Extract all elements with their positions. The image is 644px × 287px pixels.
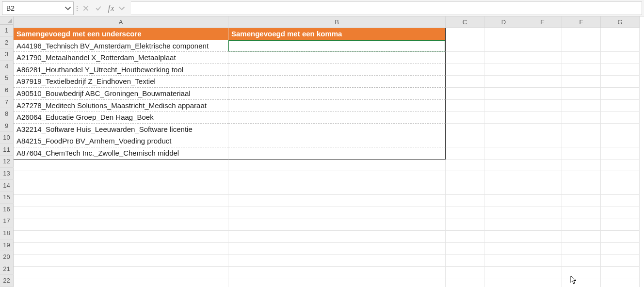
cell[interactable] [446, 135, 484, 147]
formula-input[interactable] [131, 1, 642, 15]
row-header[interactable]: 4 [0, 61, 14, 73]
cell[interactable] [562, 40, 601, 52]
cell[interactable] [562, 267, 601, 279]
row-header[interactable]: 3 [0, 48, 14, 61]
cell[interactable] [562, 112, 601, 124]
cell[interactable] [601, 243, 640, 255]
column-header[interactable]: D [484, 16, 523, 28]
cell-B5[interactable] [228, 76, 446, 88]
cancel-formula-button[interactable] [80, 2, 91, 15]
cell[interactable] [562, 219, 601, 231]
cell[interactable] [446, 231, 484, 243]
header-cell-B1[interactable]: Samengevoegd met een komma [228, 28, 446, 40]
cell[interactable] [446, 243, 484, 255]
cell[interactable] [562, 171, 601, 183]
cell[interactable] [446, 28, 484, 40]
cell[interactable] [562, 231, 601, 243]
cell[interactable] [484, 231, 523, 243]
cell-B7[interactable] [228, 100, 446, 112]
cell[interactable] [14, 195, 228, 207]
cell[interactable] [484, 100, 523, 112]
cell[interactable] [484, 267, 523, 279]
cell[interactable] [446, 207, 484, 219]
cell[interactable] [228, 255, 446, 267]
cell[interactable] [601, 195, 640, 207]
cell-B3[interactable] [228, 52, 446, 64]
cell-A8[interactable]: A26064_Educatie Groep_Den Haag_Boek [14, 112, 228, 124]
cell[interactable] [523, 40, 562, 52]
cell[interactable] [484, 207, 523, 219]
cell[interactable] [562, 28, 601, 40]
cell[interactable] [446, 255, 484, 267]
row-header[interactable]: 19 [0, 239, 14, 252]
row-header[interactable]: 16 [0, 204, 14, 216]
cell-A9[interactable]: A32214_Software Huis_Leeuwarden_Software… [14, 124, 228, 136]
row-header[interactable]: 15 [0, 191, 14, 204]
cell[interactable] [14, 231, 228, 243]
cell[interactable] [484, 64, 523, 76]
cell[interactable] [601, 231, 640, 243]
cell[interactable] [601, 147, 640, 159]
cell[interactable] [523, 171, 562, 183]
confirm-formula-button[interactable] [93, 2, 104, 15]
cell[interactable] [446, 88, 484, 100]
cell[interactable] [523, 100, 562, 112]
column-header[interactable]: B [228, 16, 446, 28]
row-header[interactable]: 20 [0, 251, 14, 263]
cell[interactable] [601, 88, 640, 100]
cell[interactable] [562, 52, 601, 64]
row-header[interactable]: 5 [0, 72, 14, 84]
cell[interactable] [228, 171, 446, 183]
column-header[interactable]: G [601, 16, 640, 28]
cell[interactable] [484, 278, 523, 287]
cell-B10[interactable] [228, 135, 446, 147]
cell[interactable] [446, 40, 484, 52]
cell[interactable] [484, 124, 523, 136]
cell[interactable] [484, 88, 523, 100]
cell[interactable] [562, 147, 601, 159]
cell[interactable] [523, 243, 562, 255]
row-header[interactable]: 10 [0, 132, 14, 144]
cell-B11[interactable] [228, 147, 446, 159]
row-header[interactable]: 21 [0, 263, 14, 275]
cell[interactable] [484, 135, 523, 147]
cell[interactable] [484, 219, 523, 231]
cell[interactable] [14, 171, 228, 183]
cell[interactable] [523, 147, 562, 159]
cell-A10[interactable]: A84215_FoodPro BV_Arnhem_Voeding product [14, 135, 228, 147]
cell[interactable] [228, 267, 446, 279]
cell[interactable] [523, 135, 562, 147]
cell[interactable] [446, 171, 484, 183]
cell[interactable] [601, 100, 640, 112]
cell[interactable] [484, 183, 523, 195]
cell-A6[interactable]: A90510_Bouwbedrijf ABC_Groningen_Bouwmat… [14, 88, 228, 100]
cell[interactable] [562, 64, 601, 76]
cell[interactable] [446, 195, 484, 207]
cell[interactable] [562, 88, 601, 100]
row-header[interactable]: 17 [0, 215, 14, 227]
cell[interactable] [601, 64, 640, 76]
cell[interactable] [523, 219, 562, 231]
cell[interactable] [523, 64, 562, 76]
cell-A7[interactable]: A27278_Meditech Solutions_Maastricht_Med… [14, 100, 228, 112]
column-header[interactable]: E [523, 16, 562, 28]
cell[interactable] [484, 243, 523, 255]
cell[interactable] [562, 183, 601, 195]
cell[interactable] [562, 135, 601, 147]
cell[interactable] [601, 159, 640, 172]
cell[interactable] [523, 195, 562, 207]
cell[interactable] [484, 76, 523, 88]
cell[interactable] [562, 76, 601, 88]
cell-A4[interactable]: A86281_Houthandel Y_Utrecht_Houtbewerkin… [14, 64, 228, 76]
header-cell-A1[interactable]: Samengevoegd met een underscore [14, 28, 228, 40]
cell-B6[interactable] [228, 88, 446, 100]
cell[interactable] [14, 207, 228, 219]
cell[interactable] [484, 40, 523, 52]
cell[interactable] [446, 76, 484, 88]
cell[interactable] [228, 183, 446, 195]
cell-B2[interactable] [228, 40, 446, 52]
cell[interactable] [601, 207, 640, 219]
cell[interactable] [523, 183, 562, 195]
row-header[interactable]: 11 [0, 144, 14, 156]
cell[interactable] [523, 52, 562, 64]
